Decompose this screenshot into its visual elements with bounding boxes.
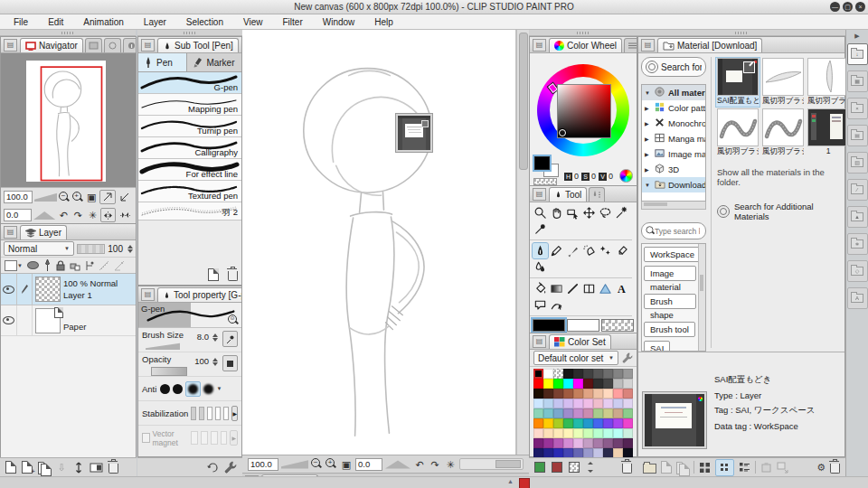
anti-aliasing-medium[interactable] <box>185 381 201 397</box>
paste-material-icon[interactable] <box>760 462 772 474</box>
tool-airbrush[interactable] <box>581 243 597 258</box>
color-swatch[interactable] <box>603 438 613 448</box>
layer-opacity-slider[interactable] <box>77 244 105 254</box>
material-item-1[interactable]: SAI配置もどき <box>716 58 760 107</box>
color-swatch[interactable] <box>613 438 623 448</box>
material-scatter-folder-icon[interactable]: ∕ <box>847 179 868 201</box>
tool-correct-line[interactable] <box>549 297 564 313</box>
vector-magnet-slider[interactable] <box>201 431 208 445</box>
color-swatch[interactable] <box>603 369 613 379</box>
canvas-horizontal-scrollbar[interactable] <box>459 458 524 470</box>
chevron-right-icon[interactable]: ▶ <box>645 151 651 157</box>
color-swatch[interactable] <box>573 418 583 428</box>
navigator-rotation-slider[interactable] <box>33 211 55 220</box>
gear-icon[interactable]: ⚙ <box>816 463 826 473</box>
tag-Brush tool[interactable]: Brush tool <box>644 322 695 337</box>
brush-size-dropper-button[interactable] <box>222 331 238 347</box>
canvas-zoom-slider[interactable] <box>281 460 308 469</box>
tool-pencil[interactable] <box>549 243 564 258</box>
panel-menu-icon[interactable]: ▤ <box>533 188 546 201</box>
color-swatch[interactable] <box>583 399 593 408</box>
delete-material-icon[interactable] <box>830 464 840 474</box>
tool-lasso[interactable] <box>598 205 613 221</box>
transparent-swatch[interactable] <box>601 319 634 332</box>
material-3d-folder-icon[interactable]: ◇ <box>847 260 868 282</box>
color-swatch[interactable] <box>623 369 633 379</box>
tag-WorkSpace[interactable]: WorkSpace <box>644 247 701 262</box>
material-item-3[interactable]: 風切羽ブラシ <box>807 58 850 107</box>
color-swatch[interactable] <box>603 389 613 399</box>
zoom-100-button[interactable] <box>99 190 115 204</box>
color-swatch[interactable] <box>543 448 553 457</box>
layer-mask-icon[interactable] <box>90 463 103 473</box>
anti-aliasing-weak[interactable] <box>173 384 183 394</box>
material-edit-folder-icon[interactable]: ∗ <box>847 233 868 255</box>
tag-SAI[interactable]: SAI <box>644 341 670 352</box>
zoom-out-icon[interactable]: − <box>59 192 71 203</box>
material-color-pattern-folder-icon[interactable]: ▦ <box>847 70 868 92</box>
color-swatch[interactable] <box>553 379 563 389</box>
chevron-right-icon[interactable]: ▶ <box>645 136 651 142</box>
minimize-button[interactable]: — <box>830 2 840 12</box>
material-text-folder-icon[interactable]: A <box>847 287 868 309</box>
color-swatch[interactable] <box>563 369 573 379</box>
color-swatch[interactable] <box>563 389 573 399</box>
view-large-grid-icon[interactable] <box>699 462 711 474</box>
copy-material-icon[interactable] <box>676 462 689 474</box>
lock-icon[interactable] <box>56 260 65 271</box>
panel-menu-icon[interactable]: ▤ <box>4 226 17 239</box>
layer-opacity-value[interactable]: 100 <box>108 244 123 254</box>
delete-subtool-icon[interactable] <box>228 271 238 281</box>
brush-detail-icon[interactable]: ⊙ <box>228 314 240 326</box>
color-swatch[interactable] <box>603 418 613 428</box>
menu-file[interactable]: File <box>4 14 38 29</box>
layer-name[interactable]: Paper <box>63 322 86 332</box>
canvas-rotation-slider[interactable] <box>385 460 410 469</box>
tab-quick-access[interactable] <box>104 38 121 52</box>
color-swatch[interactable] <box>613 428 623 438</box>
color-swatch[interactable] <box>573 399 583 408</box>
color-swatch[interactable] <box>553 408 563 418</box>
color-swatch[interactable] <box>623 418 633 428</box>
dock-handle-color[interactable] <box>529 30 637 36</box>
scrollbar-thumb[interactable] <box>519 33 528 170</box>
tool-hand[interactable] <box>549 205 564 221</box>
layer-visible-icon[interactable] <box>3 286 14 294</box>
merge-down-icon[interactable]: ⇩ <box>55 461 68 474</box>
rotate-left-icon[interactable]: ↶ <box>413 458 426 471</box>
color-swatch[interactable] <box>593 448 603 457</box>
brush-item-7[interactable]: 羽 2 <box>138 202 241 221</box>
menu-help[interactable]: Help <box>364 14 403 29</box>
color-swatch[interactable] <box>543 399 553 408</box>
vector-magnet-checkbox[interactable] <box>142 433 150 443</box>
color-swatch[interactable] <box>533 438 543 448</box>
color-swatch[interactable] <box>623 408 633 418</box>
brush-item-2[interactable]: Mapping pen <box>138 94 241 116</box>
tool-pen[interactable] <box>533 243 548 258</box>
canvas-rotation-value[interactable]: 0.0 <box>355 458 382 471</box>
tab-navigator[interactable]: Navigator <box>20 38 83 52</box>
color-swatch[interactable] <box>583 379 593 389</box>
panel-menu-icon[interactable]: ▤ <box>4 39 17 52</box>
tab-layer[interactable]: Layer <box>20 225 67 239</box>
reset-rotation-icon[interactable]: ✳ <box>444 458 457 471</box>
color-swatch[interactable] <box>593 428 603 438</box>
panel-menu-icon[interactable]: ▤ <box>533 335 546 348</box>
title-bar[interactable]: New canvas (600 x 800px 72dpi 100.0%) - … <box>0 0 868 14</box>
tree-item-image-material[interactable]: ▶Image material <box>642 146 705 162</box>
fit-window-button[interactable] <box>118 190 133 204</box>
color-swatch[interactable] <box>593 399 603 408</box>
tool-auto-select[interactable] <box>614 205 629 221</box>
opacity-slider[interactable] <box>151 367 187 376</box>
menu-filter[interactable]: Filter <box>272 14 312 29</box>
zoom-in-icon[interactable]: + <box>326 458 337 470</box>
color-swatch[interactable] <box>613 379 623 389</box>
transfer-layer-icon[interactable] <box>73 462 84 474</box>
layer-visible-icon[interactable] <box>3 316 14 324</box>
menu-selection[interactable]: Selection <box>176 14 233 29</box>
color-set-select[interactable]: Default color set▼ <box>533 351 618 365</box>
color-swatch[interactable] <box>533 448 543 457</box>
stabilization-slider[interactable] <box>207 407 212 420</box>
tool-move[interactable] <box>581 205 597 221</box>
close-button[interactable]: × <box>855 2 865 12</box>
